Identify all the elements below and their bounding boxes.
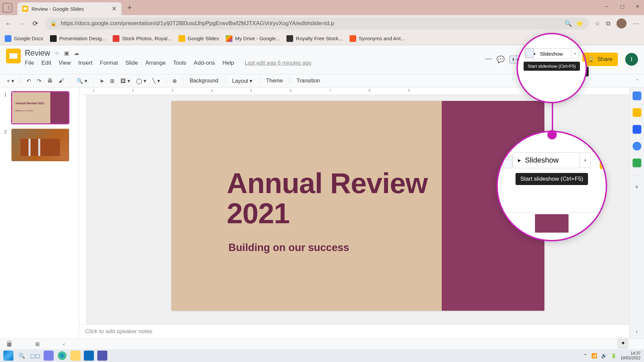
image-tool[interactable]: 🖼 ▾ bbox=[118, 76, 132, 85]
new-tab-button[interactable]: + bbox=[127, 3, 132, 12]
hide-side-panel-icon[interactable]: › bbox=[636, 328, 638, 335]
forward-button[interactable]: → bbox=[18, 20, 25, 27]
undo-button[interactable]: ↶ bbox=[24, 76, 33, 85]
bookmark-star-filled-icon[interactable]: ⭐ bbox=[576, 20, 583, 27]
bookmark-item[interactable]: My Drive - Google... bbox=[226, 35, 280, 42]
print-button[interactable]: 🖶 bbox=[45, 76, 55, 85]
comment-tool[interactable]: ⊕ bbox=[170, 76, 179, 85]
cloud-saved-icon[interactable]: ☁ bbox=[74, 50, 79, 56]
wifi-icon[interactable]: 📶 bbox=[591, 353, 597, 358]
menu-tools[interactable]: Tools bbox=[173, 60, 186, 66]
doc-title[interactable]: Review bbox=[25, 49, 50, 58]
paint-format-button[interactable]: 🖌 bbox=[57, 76, 66, 85]
line-tool[interactable]: ╲ ▾ bbox=[150, 76, 162, 85]
zoom-icon[interactable]: 🔍 bbox=[565, 20, 572, 27]
back-button[interactable]: ← bbox=[5, 20, 12, 27]
close-tab-icon[interactable]: ✕ bbox=[112, 5, 117, 12]
slide-thumbnail-2[interactable] bbox=[11, 129, 69, 161]
explore-button[interactable]: ✦ bbox=[618, 338, 628, 348]
transition-button[interactable]: Transition bbox=[294, 76, 323, 85]
drive-icon bbox=[226, 35, 232, 42]
account-avatar[interactable]: I bbox=[625, 53, 638, 66]
move-folder-icon[interactable]: ▣ bbox=[64, 50, 69, 56]
menu-view[interactable]: View bbox=[59, 60, 71, 66]
magnifier-small: ▸ Slideshow ▾ Start slideshow (Ctrl+F5) bbox=[517, 33, 587, 103]
background-button[interactable]: Background bbox=[187, 76, 221, 85]
maximize-button[interactable]: ▢ bbox=[619, 3, 625, 9]
bookmark-item[interactable]: Google Slides bbox=[178, 35, 219, 42]
comments-icon[interactable]: 💬 bbox=[496, 55, 505, 63]
teams-taskbar-icon[interactable] bbox=[97, 351, 107, 361]
browser-tab[interactable]: Review - Google Slides ✕ bbox=[17, 2, 121, 15]
collapse-toolbar-icon[interactable]: ⌃ bbox=[636, 78, 639, 83]
share-button[interactable]: 🔒 Share bbox=[582, 53, 618, 66]
menu-arrange[interactable]: Arrange bbox=[145, 60, 165, 66]
explorer-taskbar-icon[interactable] bbox=[70, 351, 80, 361]
task-view-icon[interactable]: ▢▢ bbox=[30, 351, 40, 361]
bookmark-item[interactable]: Synonyms and Ant... bbox=[350, 35, 405, 42]
search-taskbar-icon[interactable]: 🔍 bbox=[17, 351, 27, 361]
slides-logo-icon[interactable] bbox=[6, 49, 21, 63]
bookmark-favicon bbox=[286, 35, 293, 42]
chat-taskbar-icon[interactable] bbox=[44, 351, 54, 361]
layout-button[interactable]: Layout ▾ bbox=[229, 76, 255, 85]
close-window-button[interactable]: ✕ bbox=[635, 3, 641, 9]
shape-tool[interactable]: ◯ ▾ bbox=[134, 76, 148, 85]
tab-title: Review - Google Slides bbox=[32, 6, 108, 12]
tasks-icon[interactable] bbox=[633, 125, 641, 134]
filmstrip-view-icon[interactable]: ▦ bbox=[7, 341, 12, 347]
keep-icon[interactable] bbox=[633, 108, 641, 117]
battery-icon[interactable]: 🔋 bbox=[611, 353, 616, 358]
calendar-icon[interactable] bbox=[633, 92, 641, 100]
bookmark-item[interactable]: Stock Photos, Royal... bbox=[113, 35, 172, 42]
last-edit-link[interactable]: Last edit was 6 minutes ago bbox=[245, 60, 311, 66]
grid-view-icon[interactable]: ⊞ bbox=[35, 341, 40, 347]
menu-file[interactable]: File bbox=[25, 60, 34, 66]
outlook-taskbar-icon[interactable] bbox=[84, 351, 94, 361]
maps-icon[interactable] bbox=[633, 159, 641, 167]
notes-placeholder: Click to add speaker notes bbox=[85, 328, 152, 335]
reload-button[interactable]: ⟳ bbox=[32, 20, 39, 27]
bookmark-item[interactable]: Royalty Free Stock... bbox=[286, 35, 342, 42]
contacts-icon[interactable] bbox=[633, 142, 641, 150]
minimize-button[interactable]: ─ bbox=[604, 3, 610, 9]
star-icon[interactable]: ☆ bbox=[55, 50, 59, 56]
select-tool[interactable]: ➤ bbox=[98, 76, 106, 85]
bookmark-favicon bbox=[350, 35, 356, 42]
slide-title-text[interactable]: Annual Review 2021 bbox=[227, 168, 428, 229]
menu-insert[interactable]: Insert bbox=[78, 60, 93, 66]
theme-button[interactable]: Theme bbox=[264, 76, 286, 85]
tab-manager-icon[interactable] bbox=[3, 3, 12, 12]
textbox-tool[interactable]: ⊞ bbox=[108, 76, 116, 85]
menu-addons[interactable]: Add-ons bbox=[194, 60, 215, 66]
slide-subtitle-text[interactable]: Building on our success bbox=[228, 242, 349, 254]
menu-slide[interactable]: Slide bbox=[125, 60, 138, 66]
current-slide[interactable]: Annual Review 2021 Building on our succe… bbox=[171, 101, 544, 311]
tray-clock[interactable]: 14:37 10/02/2022 bbox=[621, 351, 641, 361]
edge-taskbar-icon[interactable] bbox=[57, 351, 67, 361]
bookmark-item[interactable]: Google Docs bbox=[5, 35, 43, 42]
magnified-slideshow-button-large: ▸ Slideshow bbox=[513, 152, 580, 168]
menu-help[interactable]: Help bbox=[222, 60, 234, 66]
browser-profile-avatar[interactable] bbox=[616, 18, 627, 28]
collections-icon[interactable]: ⧉ bbox=[606, 20, 610, 27]
magnifier-large: ▸ Slideshow ▾ Start slideshow (Ctrl+F5) bbox=[496, 131, 607, 241]
menu-edit[interactable]: Edit bbox=[41, 60, 51, 66]
tray-chevron-icon[interactable]: ⌃ bbox=[583, 353, 587, 358]
activity-icon[interactable]: 〰 bbox=[485, 56, 492, 63]
start-button[interactable] bbox=[3, 351, 13, 361]
url-field[interactable]: 🔒 https://docs.google.com/presentation/d… bbox=[45, 17, 589, 29]
zoom-button[interactable]: 🔍 ▾ bbox=[74, 76, 89, 85]
redo-button[interactable]: ↷ bbox=[35, 76, 43, 85]
browser-menu-icon[interactable]: ⋯ bbox=[633, 19, 639, 27]
magnified-slide-corner bbox=[535, 214, 569, 233]
speaker-notes[interactable]: Click to add speaker notes bbox=[79, 324, 629, 339]
add-addon-icon[interactable]: + bbox=[635, 184, 639, 191]
volume-icon[interactable]: 🔊 bbox=[601, 353, 607, 358]
new-slide-button[interactable]: + ▾ bbox=[5, 76, 16, 85]
slide-thumbnail-1[interactable]: Annual Review 2021 Building on our succe… bbox=[11, 92, 69, 124]
menu-format[interactable]: Format bbox=[100, 60, 118, 66]
bookmark-item[interactable]: Presentation Desig... bbox=[50, 35, 106, 42]
favorites-icon[interactable]: ☆ bbox=[595, 20, 600, 27]
collapse-panel-icon[interactable]: ‹ bbox=[63, 341, 65, 347]
